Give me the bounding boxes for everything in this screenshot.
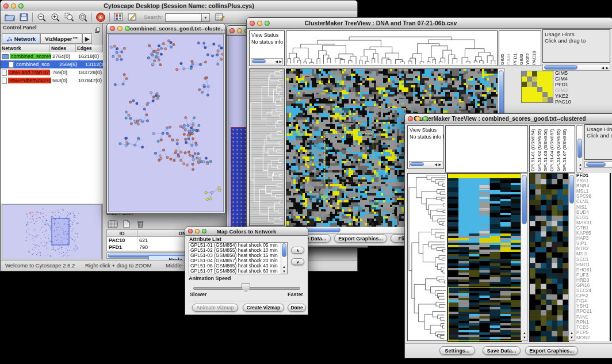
gene-label[interactable]: TCB3 (576, 325, 609, 330)
gene-label[interactable]: PEP5 (576, 330, 609, 335)
col-nodes[interactable]: Nodes (50, 45, 76, 52)
attribute-list[interactable]: GPL51-01 (GSM854) heat shock 05 minGPL51… (189, 242, 288, 274)
row-label[interactable]: PFD1 (555, 82, 587, 87)
zoom-window-icon[interactable] (18, 3, 24, 9)
gene-label[interactable]: MON2 (576, 335, 609, 340)
zoom-window-icon[interactable] (265, 21, 270, 26)
tv1-row-dendrogram[interactable] (249, 68, 285, 226)
scroll-left-icon[interactable]: ◀ (275, 60, 278, 63)
scroll-left-icon[interactable]: ◀ (601, 66, 604, 70)
gene-label[interactable]: NTR2 (576, 246, 609, 251)
tv1-correlation-matrix[interactable] (521, 71, 553, 103)
tv2-settings-button[interactable]: Settings... (439, 346, 475, 355)
close-icon[interactable] (188, 229, 193, 233)
gene-label[interactable]: MAK31 (576, 220, 609, 225)
tv2-gene-list[interactable]: PFD1YRA1RNR4MSL1SPC98CLN1NIS1BUD4ELG1MAK… (576, 173, 609, 341)
gene-label[interactable]: CPA2 (576, 293, 609, 298)
tv2-zoom-heatmap[interactable] (529, 173, 569, 342)
gene-label[interactable]: SEC24 (576, 288, 609, 293)
row-label[interactable]: GIM3 (555, 87, 587, 93)
gene-label[interactable]: YRA1 (576, 178, 609, 183)
scrollbar-thumb[interactable] (410, 162, 424, 166)
gene-label[interactable]: HAP3 (576, 236, 609, 241)
tv2-labels-vscrollbar[interactable]: ▲ ▼ (576, 125, 583, 173)
gene-label[interactable]: KAP95 (576, 231, 609, 236)
animate-vizmap-button[interactable]: Animate Vizmap (192, 304, 238, 312)
close-icon[interactable] (110, 26, 115, 31)
scroll-up-icon[interactable]: ▲ (282, 265, 286, 269)
tv1-status-hscrollbar[interactable]: ◀ ▶ (251, 58, 283, 64)
zoom-selected-icon[interactable] (62, 12, 76, 23)
tv2-row-dendrogram[interactable] (407, 173, 447, 341)
gene-label[interactable]: SEC1 (576, 257, 609, 262)
zoom-out-icon[interactable] (35, 12, 48, 23)
row-label[interactable]: YKE2 (555, 93, 587, 99)
close-icon[interactable] (230, 28, 235, 33)
scrollbar-thumb[interactable] (544, 65, 577, 70)
gene-label[interactable]: ELG1 (576, 215, 609, 220)
move-up-button[interactable]: ∧ (291, 247, 304, 254)
tab-network[interactable]: Network (2, 33, 40, 44)
row-label[interactable]: GIM4 (555, 76, 587, 82)
row-label[interactable]: GIM5 (555, 70, 587, 76)
open-folder-icon[interactable] (3, 12, 17, 23)
main-titlebar[interactable]: Cytoscape Desktop (Session Name: collins… (1, 1, 357, 12)
chevron-down-icon[interactable]: ▾ (202, 13, 210, 22)
scroll-up-icon[interactable]: ▲ (579, 163, 582, 166)
gene-label[interactable]: HRD3 (576, 278, 609, 283)
gene-label[interactable]: MSI1 (576, 251, 609, 256)
col-network[interactable]: Network (1, 45, 50, 52)
zoom-window-icon[interactable] (125, 26, 130, 31)
tv2-save-data-button[interactable]: Save Data... (483, 346, 521, 355)
treeview1-titlebar[interactable]: ClusterMaker TreeView : DNA and Tran 07-… (247, 18, 612, 29)
tv2-heatmap-vscrollbar[interactable]: ▲ ▼ (521, 173, 528, 341)
column-label[interactable]: GIM5 (500, 32, 506, 65)
gene-label[interactable]: VIP1 (576, 241, 609, 246)
tabs-more-button[interactable]: ▶ (82, 33, 92, 44)
scroll-down-icon[interactable]: ▼ (282, 270, 286, 273)
save-icon[interactable] (17, 12, 30, 23)
scrollbar-thumb[interactable] (577, 139, 582, 158)
col-id[interactable]: ID (107, 230, 137, 237)
column-label[interactable]: PFD1 (512, 32, 519, 65)
window-controls[interactable] (3, 1, 26, 11)
network-table-row[interactable]: combined_scores2764(0)16218(0) (1, 52, 103, 60)
scroll-up-icon[interactable]: ▲ (570, 331, 573, 335)
gene-label[interactable]: FIG4 (576, 298, 609, 304)
gene-label[interactable]: GPI16 (576, 283, 609, 288)
column-label[interactable]: GPL51-04 (GSM857) (549, 127, 556, 171)
network1-canvas[interactable] (108, 34, 224, 212)
move-down-button[interactable]: ∨ (291, 258, 304, 265)
gene-label[interactable]: GTB1 (576, 225, 609, 231)
network1-titlebar[interactable]: combined_scores_good.txt--cluste... (107, 24, 225, 34)
scroll-right-icon[interactable]: ▶ (606, 66, 609, 70)
close-icon[interactable] (250, 21, 255, 26)
gene-label[interactable]: BUD4 (576, 210, 609, 215)
tv2-status-hscrollbar[interactable]: ◀ ▶ (409, 161, 442, 167)
minimize-icon[interactable] (237, 28, 242, 33)
scroll-right-icon[interactable]: ▶ (438, 163, 441, 166)
scroll-up-icon[interactable]: ▲ (523, 331, 526, 335)
float-panel-icon[interactable] (95, 25, 100, 35)
gene-label[interactable]: PAN1 (576, 315, 609, 320)
gene-label[interactable]: CLN1 (576, 199, 609, 204)
vizmapper-icon[interactable] (112, 12, 125, 23)
minimize-icon[interactable] (415, 116, 420, 121)
column-label[interactable]: YKE2 (525, 32, 531, 65)
tv1-export-graphics-button[interactable]: Export Graphics... (334, 234, 387, 243)
close-icon[interactable] (3, 3, 9, 9)
gene-label[interactable]: SPC98 (576, 194, 609, 199)
scrollbar-thumb[interactable] (569, 175, 574, 204)
gene-label[interactable]: PFD1 (576, 173, 609, 178)
help-lifering-icon[interactable] (94, 12, 108, 23)
scroll-left-icon[interactable]: ◀ (434, 163, 437, 166)
attribute-list-vscrollbar[interactable]: ▲ ▼ (281, 243, 287, 274)
scroll-down-icon[interactable]: ▼ (579, 167, 582, 171)
scrollbar-thumb[interactable] (586, 162, 606, 167)
gene-label[interactable]: RNR4 (576, 183, 609, 189)
tv2-zoom-vscrollbar[interactable]: ▲ ▼ (568, 173, 575, 341)
col-edges[interactable]: Edges (76, 45, 103, 52)
gene-label[interactable]: PHO81 (576, 267, 609, 273)
scrollbar-thumb[interactable] (522, 175, 527, 224)
tab-vizmapper[interactable]: VizMapper™ (40, 33, 82, 44)
